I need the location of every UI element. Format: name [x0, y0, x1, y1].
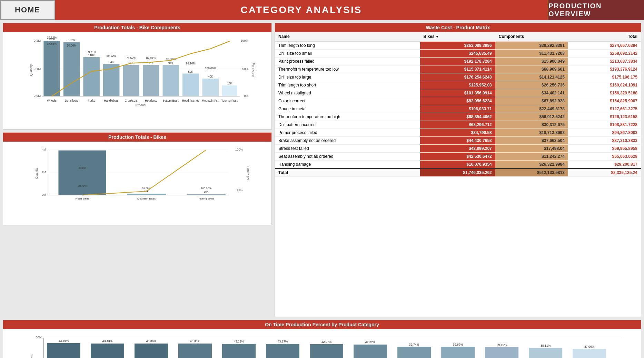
bar-road-bikes — [58, 151, 106, 195]
on-time-section: On Time Production Percent by Product Ca… — [3, 320, 641, 358]
svg-text:Derailleurs: Derailleurs — [65, 99, 78, 102]
svg-text:50.00%: 50.00% — [67, 44, 77, 47]
bar-mountain-frames-comp — [202, 79, 219, 96]
svg-text:100.00%: 100.00% — [201, 187, 211, 190]
bike-components-svg: 0.2M 0.1M 0.0M Quantity 100% 50% 0% Pare… — [20, 35, 258, 108]
svg-text:Handlebars: Handlebars — [104, 99, 119, 102]
bikes-title: Production Totals - Bikes — [3, 133, 271, 142]
bar-on-time-headsets — [135, 344, 168, 358]
svg-text:Touring Bikes: Touring Bikes — [198, 197, 214, 200]
bar-mountain-bikes — [127, 194, 166, 195]
production-overview-button[interactable]: PRODUCTION OVERVIEW — [547, 0, 644, 20]
svg-text:Mountain Fr...: Mountain Fr... — [202, 99, 219, 102]
svg-text:78.52%: 78.52% — [126, 57, 136, 60]
bikes-svg: 4M 2M 0M Quantity 100% 99% Pareto per — [20, 145, 258, 200]
svg-text:100.00%: 100.00% — [205, 67, 216, 70]
bike-components-panel: Production Totals - Bike Components 0.2M… — [3, 23, 272, 130]
col-components: Components — [495, 32, 568, 41]
table-row: Drill size too small$245,635.49$11,431.7… — [275, 50, 641, 58]
svg-text:Forks: Forks — [88, 99, 95, 102]
svg-text:0%: 0% — [244, 94, 249, 98]
bar-on-time-road-frames — [529, 348, 562, 358]
bar-on-time-wheels — [310, 344, 343, 358]
bar-headsets — [143, 65, 159, 96]
bike-components-body: 0.2M 0.1M 0.0M Quantity 100% 50% 0% Pare… — [3, 32, 271, 122]
table-row: Handling damage$10,070.9354$26,322.9984$… — [275, 161, 641, 169]
on-time-svg: 50% 0% Percent 43.66% Derailleurs 43.43%… — [20, 333, 634, 358]
table-row: Thermoform temperature too low$115,371.4… — [275, 65, 641, 73]
bike-components-title: Production Totals - Bike Components — [3, 23, 271, 32]
bar-road-frames-comp — [182, 73, 199, 96]
table-row: Trim length too short$125,952.03$26,256.… — [275, 81, 641, 89]
bikes-panel: Production Totals - Bikes 4M 2M 0M Quant… — [3, 132, 272, 225]
table-row: Paint process failed$192,178.7284$15,900… — [275, 58, 641, 65]
svg-text:Bottom Bra...: Bottom Bra... — [162, 99, 179, 102]
svg-text:Product: Product — [136, 103, 147, 107]
home-button[interactable]: HOME — [0, 0, 55, 20]
bikes-body: 4M 2M 0M Quantity 100% 99% Pareto per — [3, 142, 271, 217]
svg-text:0.1M: 0.1M — [34, 67, 41, 71]
table-row: Primer process failed$34,790.58$18,713.8… — [275, 129, 641, 137]
svg-text:Cranksets: Cranksets — [125, 99, 138, 102]
svg-text:Pareto per: Pareto per — [246, 166, 250, 180]
on-time-chart-body: 50% 0% Percent 43.66% Derailleurs 43.43%… — [3, 329, 641, 358]
svg-text:43.43%: 43.43% — [102, 339, 113, 343]
bar-forks — [83, 57, 99, 96]
svg-text:Quantity: Quantity — [35, 167, 38, 179]
svg-text:69.12%: 69.12% — [107, 54, 116, 58]
table-row: Drill pattern incorrect$63,296.712$30,31… — [275, 121, 641, 129]
table-row: Brake assembly not as ordered$44,430.765… — [275, 137, 641, 145]
svg-text:Pareto per: Pareto per — [252, 63, 255, 78]
svg-text:Quantity: Quantity — [29, 64, 33, 76]
col-bikes[interactable]: Bikes — [420, 32, 495, 41]
svg-text:4M: 4M — [42, 148, 46, 151]
svg-text:50%: 50% — [36, 335, 42, 339]
svg-text:Mountain Bikes: Mountain Bikes — [137, 197, 156, 200]
svg-text:43.36%: 43.36% — [190, 339, 200, 343]
bar-on-time-forks — [266, 344, 299, 358]
table-row: Color incorrect$82,056.6234$67,892.928$1… — [275, 97, 641, 105]
svg-text:182K: 182K — [68, 39, 75, 42]
svg-text:2M: 2M — [42, 171, 46, 174]
svg-text:43.19%: 43.19% — [234, 340, 244, 343]
svg-text:Touring Fra...: Touring Fra... — [221, 99, 238, 102]
home-label: HOME — [15, 6, 40, 14]
svg-text:100%: 100% — [240, 39, 248, 42]
svg-text:0.2M: 0.2M — [34, 39, 41, 42]
header: HOME CATEGORY ANALYSIS PRODUCTION OVERVI… — [0, 0, 644, 20]
waste-cost-title: Waste Cost - Product Matrix — [275, 23, 641, 32]
svg-text:Road Frames: Road Frames — [182, 99, 199, 102]
bar-on-time-cranksets — [91, 344, 124, 358]
left-column: Production Totals - Bike Components 0.2M… — [3, 23, 272, 317]
bar-on-time-mountain-frames — [573, 349, 606, 358]
svg-text:39.19%: 39.19% — [497, 343, 507, 347]
col-name: Name — [275, 32, 420, 41]
bar-on-time-touring-bikes — [485, 347, 518, 358]
bar-touring-frames-comp — [222, 85, 237, 96]
svg-text:100%: 100% — [235, 148, 243, 151]
svg-text:38.11%: 38.11% — [541, 344, 551, 347]
table-row: Trim length too long$263,089.3986$38,292… — [275, 41, 641, 50]
svg-text:40K: 40K — [208, 75, 213, 78]
waste-table: Name Bikes Components Total Trim length … — [275, 32, 641, 177]
table-row: Seat assembly not as ordered$42,530.6472… — [275, 153, 641, 161]
svg-text:Road Bikes: Road Bikes — [76, 197, 89, 200]
svg-text:91K: 91K — [168, 62, 174, 65]
svg-text:18K: 18K — [227, 82, 232, 85]
svg-text:87.91%: 87.91% — [146, 57, 156, 60]
svg-text:94K: 94K — [109, 61, 114, 64]
table-row: Stress test failed$42,899.207$17,498.04$… — [275, 145, 641, 153]
bar-on-time-mountain-bikes — [441, 347, 475, 358]
bar-on-time-blank — [178, 344, 212, 358]
svg-text:98.78%: 98.78% — [78, 184, 87, 187]
svg-text:39.74%: 39.74% — [409, 343, 419, 346]
col-total: Total — [568, 32, 641, 41]
on-time-title: On Time Production Percent by Product Ca… — [3, 320, 641, 329]
main-content: Production Totals - Bike Components 0.2M… — [0, 20, 644, 320]
svg-text:43.66%: 43.66% — [59, 339, 69, 342]
right-column: Waste Cost - Product Matrix Name Bikes C… — [275, 23, 641, 317]
svg-text:99%: 99% — [237, 188, 243, 192]
svg-text:3494K: 3494K — [78, 166, 86, 170]
svg-text:Headsets: Headsets — [145, 99, 157, 102]
svg-text:39.62%: 39.62% — [453, 343, 463, 346]
